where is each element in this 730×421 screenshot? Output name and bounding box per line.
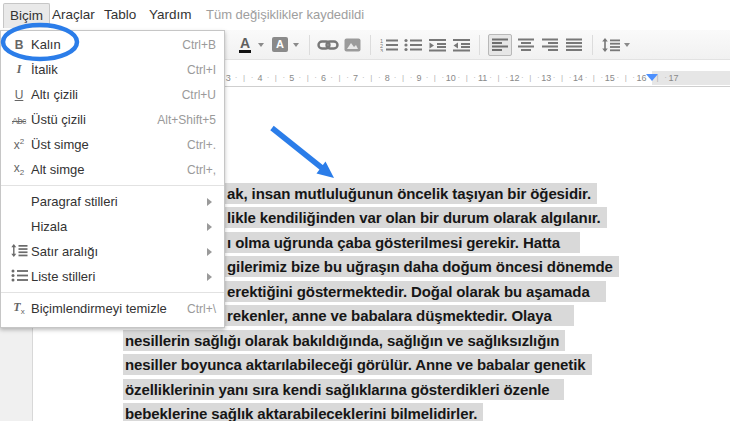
document-text-line[interactable]: nesiller boyunca aktarılabileceği görülü…: [123, 354, 592, 375]
annotation-arrow-head: [317, 162, 335, 179]
menu-item-list-styles[interactable]: Liste stilleri: [1, 264, 224, 289]
highlight-color-dropdown-icon[interactable]: [293, 43, 299, 47]
menu-item-underline[interactable]: U Altı çizili Ctrl+U: [1, 82, 224, 107]
document-text-line[interactable]: erektiğini göstermektedir. Doğal olarak …: [225, 281, 606, 302]
submenu-arrow-icon: [207, 273, 212, 281]
document-text-line[interactable]: likle kendiliğinden var olan bir durum o…: [225, 207, 607, 228]
strikethrough-icon: Abc: [8, 113, 30, 127]
menubar-item-help[interactable]: Yardım: [143, 3, 198, 27]
ruler-number: 3: [226, 73, 231, 83]
document-text-line[interactable]: rekenler, anne ve babalara düşmektedir. …: [225, 305, 574, 326]
insert-link-icon[interactable]: [317, 34, 339, 56]
menu-item-label: Satır aralığı: [31, 244, 207, 259]
ruler-tick: ·: [267, 73, 270, 82]
menu-item-label: Alt simge: [31, 162, 187, 177]
menu-item-label: Üst simge: [31, 137, 187, 152]
ruler-tick: ·: [616, 73, 619, 82]
document-text-line[interactable]: nesillerin sağlığı olarak bakıldığında, …: [123, 330, 565, 351]
ruler-tick: |: [434, 73, 436, 82]
toolbar-separator: [370, 35, 371, 55]
ruler-tick: |: [529, 73, 531, 82]
menu-item-label: Altı çizili: [31, 87, 182, 102]
menubar-item-table[interactable]: Tablo: [98, 3, 142, 27]
ruler-tick: |: [402, 73, 404, 82]
menu-item-label: Biçimlendirmeyi temizle: [31, 301, 187, 316]
menu-item-label: İtalik: [31, 62, 187, 77]
ruler-number: 17: [668, 73, 678, 83]
line-spacing-icon[interactable]: [600, 34, 622, 56]
ruler-tick: ·: [457, 73, 460, 82]
ruler-tick: |: [307, 73, 309, 82]
toolbar-separator: [592, 35, 593, 55]
menu-separator: [1, 185, 224, 186]
menu-item-label: Üstü çizili: [31, 112, 157, 127]
document-text-line[interactable]: bebeklerine sağlık aktarabileceklerini b…: [123, 403, 483, 421]
ruler-number: 5: [289, 73, 294, 83]
ruler-number: 7: [353, 73, 358, 83]
menubar-item-format[interactable]: Biçim: [3, 3, 50, 28]
submenu-arrow-icon: [207, 248, 212, 256]
insert-image-icon[interactable]: [341, 34, 363, 56]
ruler-number: 12: [509, 73, 519, 83]
document-text-line[interactable]: ı olma uğrunda çaba gösterilmesi gerekir…: [225, 232, 580, 253]
justify-icon[interactable]: [563, 34, 585, 56]
menu-item-label: Paragraf stilleri: [31, 194, 207, 209]
menu-item-superscript[interactable]: x2 Üst simge Ctrl+.: [1, 132, 224, 157]
menubar-item-tools[interactable]: Araçlar: [46, 3, 101, 27]
ruler-tick: ·: [489, 73, 492, 82]
ruler-tick: ·: [314, 73, 317, 82]
align-left-icon[interactable]: [488, 34, 512, 56]
toolbar-separator: [479, 35, 480, 55]
align-right-icon[interactable]: [539, 34, 561, 56]
numbered-list-icon[interactable]: 123: [378, 34, 400, 56]
ruler-tick: |: [243, 73, 245, 82]
menu-item-shortcut: Alt+Shift+5: [157, 113, 216, 127]
text-color-icon[interactable]: A: [234, 34, 256, 56]
menu-item-line-spacing[interactable]: Satır aralığı: [1, 239, 224, 264]
menu-item-align[interactable]: Hizala: [1, 214, 224, 239]
ruler-tick: ·: [251, 73, 254, 82]
line-spacing-dropdown-icon[interactable]: [624, 43, 630, 47]
superscript-icon: x2: [8, 137, 30, 152]
right-indent-marker-icon[interactable]: [646, 74, 658, 81]
menu-item-strikethrough[interactable]: Abc Üstü çizili Alt+Shift+5: [1, 107, 224, 132]
menu-item-bold[interactable]: B Kalın Ctrl+B: [1, 32, 224, 57]
document-text-line[interactable]: özelliklerinin yanı sıra kendi sağlıklar…: [123, 379, 564, 400]
submenu-arrow-icon: [207, 223, 212, 231]
text-color-dropdown-icon[interactable]: [258, 43, 264, 47]
menu-item-paragraph-styles[interactable]: Paragraf stilleri: [1, 189, 224, 214]
ruler-number: 15: [605, 73, 615, 83]
menu-item-clear-formatting[interactable]: Tx Biçimlendirmeyi temizle Ctrl+\: [1, 296, 224, 321]
ruler-tick: |: [561, 73, 563, 82]
menu-item-shortcut: Ctrl+I: [187, 63, 216, 77]
document-text-line[interactable]: gilerimiz bize bu uğraşın daha doğum önc…: [225, 256, 619, 277]
ruler-number: 9: [416, 73, 421, 83]
italic-icon: I: [8, 62, 30, 77]
highlight-color-icon[interactable]: A: [269, 34, 291, 56]
decrease-indent-icon[interactable]: [426, 34, 448, 56]
ruler-tick: ·: [298, 73, 301, 82]
ruler-tick: ·: [664, 73, 667, 82]
menu-bar: Biçim Araçlar Tablo Yardım Tüm değişikli…: [0, 0, 730, 30]
ruler-tick: |: [466, 73, 468, 82]
menu-item-subscript[interactable]: x2 Alt simge Ctrl+,: [1, 157, 224, 182]
document-text-line[interactable]: ak, insan mutluluğunun öncelik taşıyan b…: [225, 183, 597, 204]
align-center-icon[interactable]: [515, 34, 537, 56]
ruler-tick: ·: [553, 73, 556, 82]
increase-indent-icon[interactable]: [450, 34, 472, 56]
autosave-status: Tüm değişiklikler kaydedildi: [206, 3, 364, 27]
ruler-tick: ·: [346, 73, 349, 82]
menu-item-shortcut: Ctrl+,: [187, 163, 216, 177]
ruler-tick: |: [275, 73, 277, 82]
bulleted-list-icon[interactable]: [402, 34, 424, 56]
format-menu-dropdown: B Kalın Ctrl+B I İtalik Ctrl+I U Altı çi…: [0, 30, 225, 328]
ruler-tick: ·: [235, 73, 238, 82]
list-styles-icon: [8, 269, 30, 285]
ruler-tick: |: [338, 73, 340, 82]
menu-item-italic[interactable]: I İtalik Ctrl+I: [1, 57, 224, 82]
ruler-tick: ·: [569, 73, 572, 82]
menu-item-shortcut: Ctrl+U: [182, 88, 216, 102]
ruler-tick: ·: [330, 73, 333, 82]
svg-text:3: 3: [380, 48, 383, 52]
ruler-tick: ·: [442, 73, 445, 82]
